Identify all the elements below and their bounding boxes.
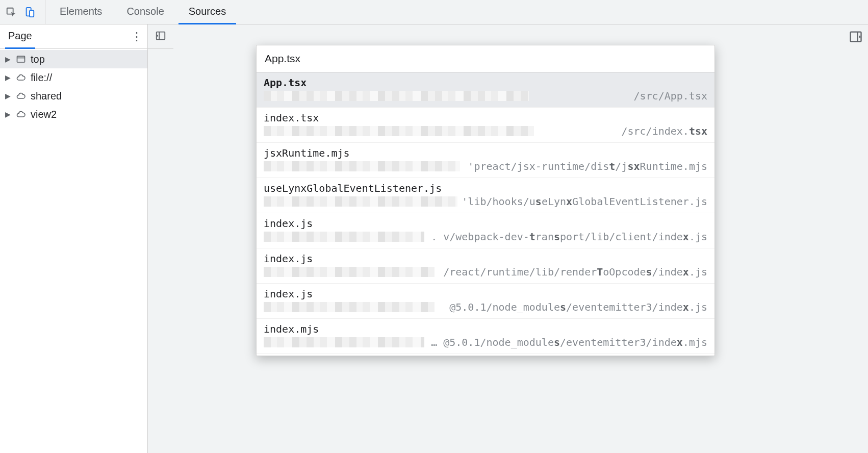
open-file-input[interactable] — [265, 53, 706, 65]
hide-navigator-icon[interactable] — [155, 30, 166, 43]
window-icon — [15, 54, 27, 65]
chevron-right-icon[interactable]: ▶ — [5, 110, 11, 118]
redacted-path-segment — [264, 196, 457, 207]
svg-rect-3 — [17, 56, 25, 62]
open-file-result[interactable]: index.tsx/src/index.tsx — [257, 108, 714, 143]
device-toolbar-icon[interactable] — [23, 6, 36, 18]
devtools-root: Elements Console Sources Page ⋮ ▶top▶fil… — [0, 0, 868, 453]
chevron-right-icon[interactable]: ▶ — [5, 92, 11, 100]
tree-item-shared[interactable]: ▶shared — [0, 87, 147, 105]
result-filename: index.js — [264, 217, 707, 230]
result-path-row: /react/runtime/lib/renderToOpcodes/index… — [264, 266, 707, 278]
result-path-suffix: /src/App.tsx — [532, 90, 707, 102]
tree-item-label: shared — [31, 90, 62, 102]
navigator-pane: Page ⋮ ▶top▶file://▶shared▶view2 — [0, 24, 148, 453]
inspect-element-icon[interactable] — [5, 6, 17, 18]
tree-item-label: top — [31, 54, 45, 65]
redacted-path-segment — [264, 232, 424, 242]
result-path-suffix: 'lib/hooks/useLynxGlobalEventListener.js — [461, 195, 707, 208]
cloud-icon — [15, 90, 27, 102]
result-path-row: /src/App.tsx — [264, 90, 707, 102]
redacted-path-segment — [264, 267, 435, 277]
result-path-row: 'lib/hooks/useLynxGlobalEventListener.js — [264, 195, 707, 208]
result-filename: index.js — [264, 253, 707, 265]
result-path-row: 'preact/jsx-runtime/dist/jsxRuntime.mjs — [264, 160, 707, 172]
tool-icons-group — [5, 0, 45, 24]
chevron-right-icon[interactable]: ▶ — [5, 55, 11, 63]
result-filename: index.tsx — [264, 112, 707, 124]
open-file-result[interactable]: index.js/react/runtime/lib/renderToOpcod… — [257, 248, 714, 284]
result-filename: useLynxGlobalEventListener.js — [264, 182, 707, 194]
redacted-path-segment — [264, 91, 529, 101]
redacted-path-segment — [264, 302, 435, 312]
open-file-result[interactable]: useLynxGlobalEventListener.js'lib/hooks/… — [257, 178, 714, 213]
result-filename: jsxRuntime.mjs — [264, 147, 707, 159]
open-file-result[interactable]: index.mjs… @5.0.1/node_modules/eventemit… — [257, 319, 714, 354]
redacted-path-segment — [264, 161, 460, 171]
open-file-input-wrap — [257, 45, 714, 72]
result-filename: index.js — [264, 288, 707, 300]
result-path-row: . v/webpack-dev-transport/lib/client/ind… — [264, 231, 707, 243]
open-file-result[interactable]: jsxRuntime.mjs'preact/jsx-runtime/dist/j… — [257, 143, 714, 178]
tree-item-label: file:// — [31, 72, 52, 84]
result-path-suffix: /src/index.tsx — [537, 125, 707, 137]
open-file-result[interactable]: index.js. v/webpack-dev-transport/lib/cl… — [257, 213, 714, 248]
tree-item-view2[interactable]: ▶view2 — [0, 105, 147, 123]
tree-item-top[interactable]: ▶top — [0, 50, 147, 68]
result-path-row: … @5.0.1/node_modules/eventemitter3/inde… — [264, 336, 707, 348]
result-path-suffix: @5.0.1/node_modules/eventemitter3/index.… — [438, 301, 707, 313]
tree-item-file[interactable]: ▶file:// — [0, 68, 147, 87]
result-path-suffix: 'preact/jsx-runtime/dist/jsxRuntime.mjs — [463, 160, 707, 172]
open-file-result[interactable]: index.js… de_modules/@lynx-dev/websocket… — [257, 354, 714, 356]
svg-rect-2 — [30, 10, 34, 17]
result-path-row: /src/index.tsx — [264, 125, 707, 137]
tab-elements[interactable]: Elements — [49, 1, 112, 24]
navigator-more-icon[interactable]: ⋮ — [131, 30, 142, 43]
cloud-icon — [15, 72, 27, 83]
main-area: Page ⋮ ▶top▶file://▶shared▶view2 — [0, 24, 868, 453]
tab-console[interactable]: Console — [116, 1, 174, 24]
chevron-right-icon[interactable]: ▶ — [5, 73, 11, 82]
open-file-result[interactable]: index.js@5.0.1/node_modules/eventemitter… — [257, 284, 714, 319]
open-file-results[interactable]: App.tsx/src/App.tsxindex.tsx/src/index.t… — [257, 72, 714, 356]
tree-item-label: view2 — [31, 109, 57, 120]
top-tabs-bar: Elements Console Sources — [0, 0, 868, 24]
result-path-suffix: /react/runtime/lib/renderToOpcodes/index… — [438, 266, 707, 278]
navigator-tabs: Page ⋮ — [0, 24, 147, 49]
navigator-tab-page[interactable]: Page — [5, 25, 35, 49]
editor-toolbar — [148, 24, 173, 49]
cloud-icon — [15, 109, 27, 120]
result-filename: App.tsx — [264, 77, 707, 89]
redacted-path-segment — [264, 126, 534, 136]
result-filename: index.mjs — [264, 323, 707, 335]
result-path-row: @5.0.1/node_modules/eventemitter3/index.… — [264, 301, 707, 313]
show-debugger-icon[interactable] — [849, 30, 863, 44]
result-path-suffix: … @5.0.1/node_modules/eventemitter3/inde… — [427, 336, 707, 348]
file-tree: ▶top▶file://▶shared▶view2 — [0, 49, 147, 453]
tab-sources[interactable]: Sources — [178, 1, 236, 24]
result-path-suffix: . v/webpack-dev-transport/lib/client/ind… — [427, 231, 707, 243]
open-file-result[interactable]: App.tsx/src/App.tsx — [257, 72, 714, 108]
open-file-dialog: App.tsx/src/App.tsxindex.tsx/src/index.t… — [256, 45, 715, 356]
redacted-path-segment — [264, 337, 424, 347]
